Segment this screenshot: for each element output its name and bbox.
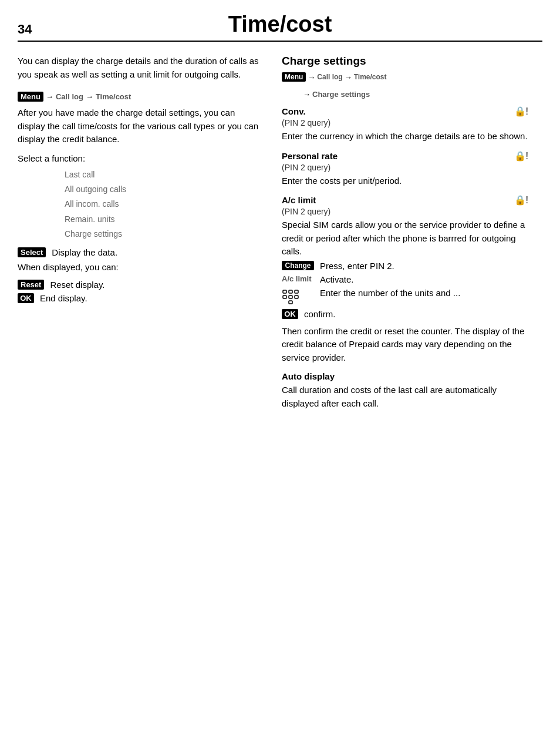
- ac-limit-title: A/c limit: [282, 195, 316, 205]
- when-displayed-text: When displayed, you can:: [18, 261, 264, 274]
- ac-limit-pin-query: (PIN 2 query): [282, 207, 528, 216]
- time-cost-nav: Time/cost: [96, 92, 131, 101]
- svg-rect-4: [289, 296, 292, 298]
- page-title: Time/cost: [53, 12, 542, 37]
- keypad-icon: [282, 288, 314, 305]
- function-list: Last call All outgoing calls All incom. …: [18, 167, 264, 241]
- arrow-2: →: [86, 92, 93, 101]
- ac-limit-activate-row: A/c limit Activate.: [282, 274, 528, 284]
- conv-header: Conv. 🔒!: [282, 106, 528, 117]
- page-header: 34 Time/cost: [18, 12, 542, 42]
- ok-action-row: OK End display.: [18, 293, 264, 303]
- conv-text: Enter the currency in which the charge d…: [282, 130, 528, 143]
- reset-action-row: Reset Reset display.: [18, 280, 264, 290]
- select-action-row: Select Display the data.: [18, 247, 264, 257]
- menu-btn: Menu: [18, 92, 43, 102]
- change-action-text: Press, enter PIN 2.: [320, 261, 394, 271]
- auto-display-section: Auto display Call duration and costs of …: [282, 371, 528, 410]
- list-item: Last call: [65, 167, 264, 182]
- personal-rate-pin-query: (PIN 2 query): [282, 163, 528, 172]
- charge-settings-nav: Menu → Call log → Time/cost → Charge set…: [282, 72, 528, 99]
- ac-limit-sim-icon: 🔒!: [514, 194, 528, 206]
- change-key: Change: [282, 261, 314, 270]
- select-key: Select: [18, 247, 46, 257]
- conv-pin-query: (PIN 2 query): [282, 118, 528, 127]
- change-action-row: Change Press, enter PIN 2.: [282, 261, 528, 271]
- ac-limit-ok-key: OK: [282, 309, 298, 319]
- select-action-text: Display the data.: [52, 247, 117, 257]
- svg-rect-0: [283, 290, 286, 293]
- reset-action-text: Reset display.: [50, 280, 104, 290]
- conv-sim-icon: 🔒!: [514, 106, 528, 117]
- content-columns: You can display the charge details and t…: [18, 55, 542, 417]
- confirm-row: OK confirm.: [282, 309, 528, 319]
- conv-section: Conv. 🔒! (PIN 2 query) Enter the currenc…: [282, 106, 528, 143]
- conv-title: Conv.: [282, 106, 306, 116]
- ac-limit-section: A/c limit 🔒! (PIN 2 query) Special SIM c…: [282, 194, 528, 364]
- personal-rate-sim-icon: 🔒!: [514, 150, 528, 162]
- personal-rate-section: Personal rate 🔒! (PIN 2 query) Enter the…: [282, 150, 528, 188]
- right-column: Charge settings Menu → Call log → Time/c…: [282, 55, 528, 417]
- left-column: You can display the charge details and t…: [18, 55, 264, 417]
- reset-key: Reset: [18, 280, 44, 290]
- page-number: 34: [18, 22, 53, 37]
- charge-arrow-2: →: [345, 73, 352, 82]
- select-function-label: Select a function:: [18, 152, 264, 166]
- charge-nav-line2: → Charge settings: [303, 90, 528, 99]
- charge-settings-title: Charge settings: [282, 55, 528, 68]
- confirm-text: confirm.: [304, 309, 335, 319]
- ac-limit-header: A/c limit 🔒!: [282, 194, 528, 206]
- charge-arrow-1: →: [308, 73, 315, 82]
- keypad-action-text: Enter the number of the units and ...: [320, 288, 460, 298]
- after-text: After you have made the charge detail se…: [18, 106, 264, 146]
- left-nav: Menu → Call log → Time/cost: [18, 92, 131, 102]
- svg-rect-5: [295, 296, 298, 298]
- ac-limit-special-text: Special SIM cards allow you or the servi…: [282, 219, 528, 258]
- list-item: Remain. units: [65, 212, 264, 227]
- arrow-1: →: [46, 92, 53, 101]
- charge-menu-btn: Menu: [282, 72, 306, 82]
- intro-text: You can display the charge details and t…: [18, 55, 264, 81]
- auto-display-text: Call duration and costs of the last call…: [282, 384, 528, 410]
- ok-key: OK: [18, 293, 34, 303]
- svg-rect-6: [289, 301, 292, 304]
- charge-time-cost: Time/cost: [354, 73, 387, 81]
- personal-rate-text: Enter the costs per unit/period.: [282, 174, 528, 188]
- ok-action-text: End display.: [40, 293, 87, 303]
- call-log-nav: Call log: [56, 92, 83, 101]
- ac-limit-activate-text: Activate.: [320, 274, 354, 284]
- svg-rect-2: [295, 290, 298, 293]
- then-confirm-text: Then confirm the credit or reset the cou…: [282, 325, 528, 365]
- list-item: Charge settings: [65, 227, 264, 241]
- ac-limit-key: A/c limit: [282, 274, 314, 283]
- auto-display-title: Auto display: [282, 371, 528, 381]
- personal-rate-title: Personal rate: [282, 151, 338, 161]
- svg-rect-1: [289, 290, 292, 293]
- list-item: All incom. calls: [65, 197, 264, 211]
- personal-rate-header: Personal rate 🔒!: [282, 150, 528, 162]
- charge-call-log: Call log: [317, 73, 342, 81]
- list-item: All outgoing calls: [65, 182, 264, 197]
- svg-rect-3: [283, 296, 286, 298]
- charge-arrow-3: →: [303, 90, 311, 99]
- charge-settings-nav-text: Charge settings: [312, 90, 370, 99]
- keypad-row: Enter the number of the units and ...: [282, 288, 528, 305]
